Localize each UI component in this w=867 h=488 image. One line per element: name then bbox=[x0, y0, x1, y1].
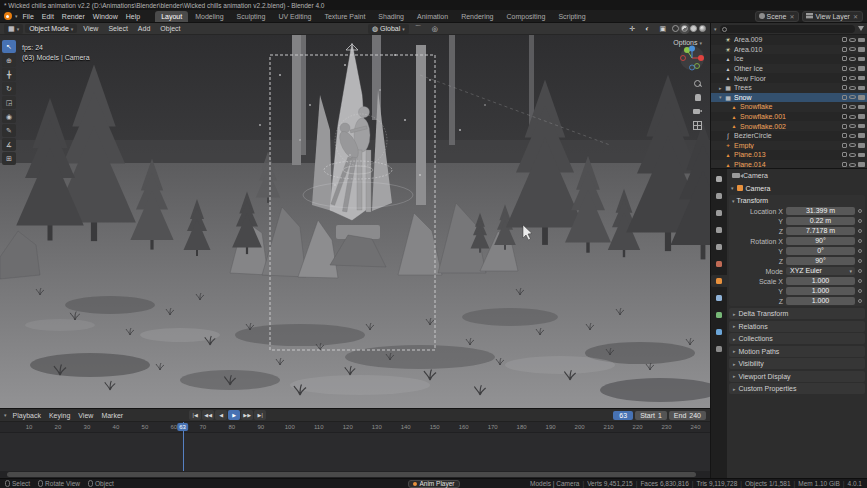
disable-render-camera-icon[interactable] bbox=[858, 124, 865, 129]
properties-tab-output[interactable] bbox=[711, 207, 727, 219]
end-frame-field[interactable]: End240 bbox=[669, 411, 706, 420]
keyframe-dot-icon[interactable] bbox=[858, 259, 862, 263]
keyframe-dot-icon[interactable] bbox=[858, 279, 862, 283]
outliner-item-label[interactable]: Area.010 bbox=[734, 46, 842, 53]
solid-shading-icon[interactable] bbox=[681, 25, 688, 32]
properties-tab-render[interactable] bbox=[711, 190, 727, 202]
keyframe-dot-icon[interactable] bbox=[858, 209, 862, 213]
panel-visibility[interactable]: Visibility bbox=[729, 358, 865, 369]
timeline-menu-view[interactable]: View bbox=[74, 411, 97, 420]
properties-tab-tool[interactable] bbox=[711, 173, 727, 185]
disable-render-camera-icon[interactable] bbox=[858, 47, 865, 52]
workspace-tab-animation[interactable]: Animation bbox=[411, 11, 454, 22]
exclude-checkbox-icon[interactable] bbox=[842, 162, 847, 167]
playback-play-reverse[interactable]: ◀ bbox=[215, 410, 227, 420]
outliner-row[interactable]: BezierCircle bbox=[711, 131, 867, 141]
properties-tab-view-layer[interactable] bbox=[711, 224, 727, 236]
disable-render-camera-icon[interactable] bbox=[858, 133, 865, 138]
transform-value-field[interactable]: 90° bbox=[786, 257, 855, 265]
menu-select[interactable]: Select bbox=[104, 24, 131, 33]
panel-relations[interactable]: Relations bbox=[729, 321, 865, 332]
show-gizmo-icon[interactable]: ✛ bbox=[625, 24, 639, 34]
hide-eye-icon[interactable] bbox=[849, 115, 856, 119]
camera-view-icon[interactable] bbox=[693, 107, 702, 116]
outliner-item-label[interactable]: Snowflake.001 bbox=[740, 113, 842, 120]
outliner-row[interactable]: Empty bbox=[711, 141, 867, 151]
hide-eye-icon[interactable] bbox=[849, 67, 856, 71]
timeline-menu-keying[interactable]: Keying bbox=[45, 411, 74, 420]
blender-logo-icon[interactable] bbox=[4, 12, 12, 20]
tool-scale[interactable]: ◲ bbox=[2, 96, 16, 109]
workspace-tab-uv-editing[interactable]: UV Editing bbox=[272, 11, 317, 22]
scrollbar-thumb[interactable] bbox=[7, 472, 696, 477]
exclude-checkbox-icon[interactable] bbox=[842, 124, 847, 129]
properties-tab-world[interactable] bbox=[711, 258, 727, 270]
disable-render-camera-icon[interactable] bbox=[858, 105, 865, 110]
transform-orientation-selector[interactable]: ◍Global▾ bbox=[368, 24, 409, 34]
disable-render-camera-icon[interactable] bbox=[858, 76, 865, 81]
workspace-tab-texture-paint[interactable]: Texture Paint bbox=[318, 11, 371, 22]
transform-value-field[interactable]: 7.7178 m bbox=[786, 227, 855, 235]
outliner-item-label[interactable]: Plane.013 bbox=[734, 151, 842, 158]
workspace-tab-sculpting[interactable]: Sculpting bbox=[231, 11, 272, 22]
workspace-tab-layout[interactable]: Layout bbox=[155, 11, 188, 22]
filter-icon[interactable] bbox=[858, 26, 864, 31]
outliner-item-label[interactable]: BezierCircle bbox=[734, 132, 842, 139]
scene-unlink-icon[interactable]: ✕ bbox=[788, 13, 795, 20]
outliner-row[interactable]: New Floor bbox=[711, 73, 867, 83]
outliner-item-label[interactable]: Empty bbox=[734, 142, 842, 149]
workspace-tab-shading[interactable]: Shading bbox=[372, 11, 410, 22]
exclude-checkbox-icon[interactable] bbox=[842, 76, 847, 81]
disable-render-camera-icon[interactable] bbox=[858, 143, 865, 148]
outliner-row[interactable]: ▸ Trees bbox=[711, 83, 867, 93]
outliner-row[interactable]: Plane.013 bbox=[711, 150, 867, 160]
playback-jump-to-prev-keyframe[interactable]: ◀◀ bbox=[202, 410, 214, 420]
disable-render-camera-icon[interactable] bbox=[858, 86, 865, 91]
playback-jump-to-end[interactable]: ▶| bbox=[254, 410, 266, 420]
outliner-row[interactable]: Other Ice bbox=[711, 64, 867, 74]
disable-render-camera-icon[interactable] bbox=[858, 114, 865, 119]
timeline-menu-marker[interactable]: Marker bbox=[97, 411, 127, 420]
panel-collections[interactable]: Collections bbox=[729, 333, 865, 344]
rendered-shading-icon[interactable] bbox=[699, 25, 706, 32]
snap-magnet-icon[interactable]: ⌒ bbox=[411, 23, 426, 35]
tool-cursor[interactable]: ⊕ bbox=[2, 54, 16, 67]
exclude-checkbox-icon[interactable] bbox=[842, 56, 847, 61]
hide-eye-icon[interactable] bbox=[849, 95, 856, 99]
3d-viewport[interactable]: ▦▾ Object Mode▾ ViewSelectAddObject ◍Glo… bbox=[0, 23, 710, 408]
navigation-gizmo[interactable] bbox=[679, 45, 705, 71]
tool-select-box[interactable]: ↖ bbox=[2, 40, 16, 53]
exclude-checkbox-icon[interactable] bbox=[842, 37, 847, 42]
exclude-checkbox-icon[interactable] bbox=[842, 114, 847, 119]
current-frame-field[interactable]: 63 bbox=[613, 411, 633, 420]
hide-eye-icon[interactable] bbox=[849, 76, 856, 80]
outliner-item-label[interactable]: Snow bbox=[734, 94, 842, 101]
transform-value-field[interactable]: 90° bbox=[786, 237, 855, 245]
outliner-row[interactable]: Snowflake.002 bbox=[711, 121, 867, 131]
hide-eye-icon[interactable] bbox=[849, 47, 856, 51]
tool-rotate[interactable]: ↻ bbox=[2, 82, 16, 95]
title-bar[interactable]: * Wicked chills animation v2.2 (D:\Anima… bbox=[0, 0, 867, 10]
timeline-editor-icon[interactable]: ▾ bbox=[4, 412, 7, 418]
tool-transform[interactable]: ◉ bbox=[2, 110, 16, 123]
outliner-row[interactable]: Area.010 bbox=[711, 45, 867, 55]
transform-value-field[interactable]: XYZ Euler bbox=[786, 267, 855, 275]
outliner-row[interactable]: Area.009 bbox=[711, 35, 867, 45]
playhead-frame-badge[interactable]: 63 bbox=[177, 423, 189, 431]
menu-file[interactable]: File bbox=[19, 12, 38, 21]
editor-type-selector[interactable]: ▦▾ bbox=[4, 24, 23, 34]
workspace-tab-rendering[interactable]: Rendering bbox=[455, 11, 499, 22]
zoom-icon[interactable] bbox=[693, 79, 702, 88]
keyframe-dot-icon[interactable] bbox=[858, 289, 862, 293]
tool-annotate[interactable]: ✎ bbox=[2, 124, 16, 137]
hide-eye-icon[interactable] bbox=[849, 86, 856, 90]
transform-value-field[interactable]: 1.000 bbox=[786, 277, 855, 285]
panel-motion-paths[interactable]: Motion Paths bbox=[729, 346, 865, 357]
tool-move[interactable]: ╋ bbox=[2, 68, 16, 81]
exclude-checkbox-icon[interactable] bbox=[842, 47, 847, 52]
outliner-item-label[interactable]: Area.009 bbox=[734, 36, 842, 43]
menu-help[interactable]: Help bbox=[122, 12, 144, 21]
workspace-tab-modeling[interactable]: Modeling bbox=[189, 11, 229, 22]
menu-window[interactable]: Window bbox=[89, 12, 122, 21]
disable-render-camera-icon[interactable] bbox=[858, 153, 865, 158]
